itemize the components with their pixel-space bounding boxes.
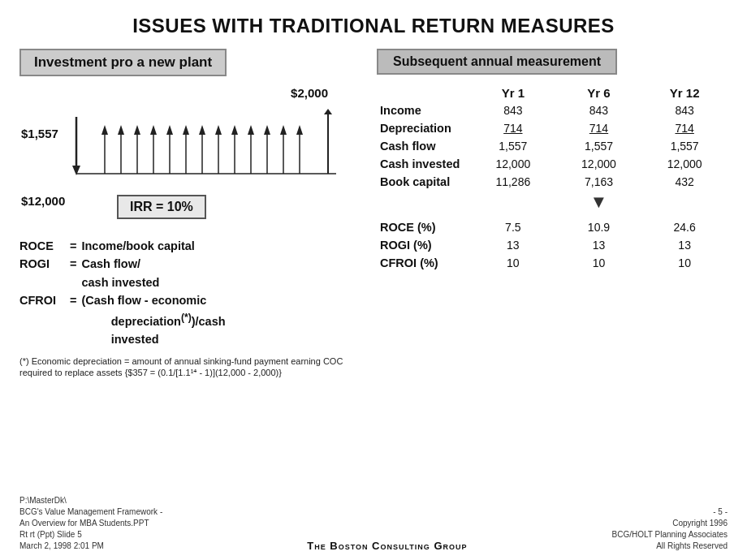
arrow-down-row: ▼ — [377, 191, 728, 213]
bookcapital-yr6: 7,163 — [556, 173, 642, 191]
cfroi-eq: = — [70, 291, 76, 348]
right-panel: Subsequent annual measurement Yr 1 Yr 6 … — [369, 49, 728, 272]
svg-marker-14 — [183, 125, 189, 135]
svg-marker-16 — [199, 125, 205, 135]
svg-marker-8 — [134, 125, 140, 135]
label-1557: $1,557 — [21, 127, 58, 140]
cashflow-yr1: 1,557 — [470, 137, 556, 155]
cfroi-yr6: 10 — [556, 254, 642, 272]
table-row-cfroi: CFROI (%) 10 10 10 — [377, 254, 728, 272]
bookcapital-yr12: 432 — [641, 173, 728, 191]
label-12000: $12,000 — [21, 194, 65, 208]
diagram-area: $1,557 $2,000 $12,000 — [19, 84, 361, 230]
diagram-svg — [68, 109, 344, 206]
rogi-yr6: 13 — [556, 236, 642, 254]
def-rogi: ROGI = Cash flow/cash invested — [19, 255, 369, 291]
rogi-eq: = — [70, 255, 76, 291]
depr-yr12: 714 — [641, 119, 728, 137]
col-yr6: Yr 6 — [556, 84, 642, 101]
depr-yr1: 714 — [470, 119, 556, 137]
roce-yr6: 10.9 — [556, 218, 642, 236]
footer: P:\MasterDk\BCG's Value Management Frame… — [0, 495, 747, 552]
cfroi-text: (Cash flow - economic depreciation(*))/c… — [81, 291, 225, 348]
label-2000: $2,000 — [291, 86, 328, 100]
svg-marker-6 — [118, 125, 124, 135]
slide: ISSUES WITH TRADITIONAL RETURN MEASURES … — [0, 0, 747, 560]
content-area: Investment pro a new plant $1,557 $2,000… — [19, 49, 728, 378]
rogi-label: ROGI — [19, 255, 67, 291]
footer-center: The Boston Consulting Group — [307, 540, 467, 552]
data-table: Yr 1 Yr 6 Yr 12 Income 843 843 843 — [377, 84, 728, 272]
main-title: ISSUES WITH TRADITIONAL RETURN MEASURES — [19, 15, 728, 37]
table-header-row: Yr 1 Yr 6 Yr 12 — [377, 84, 728, 101]
cfroi-yr12: 10 — [641, 254, 728, 272]
cashinvested-yr12: 12,000 — [641, 155, 728, 173]
roce-label: ROCE — [19, 237, 67, 255]
table-row-cashinvested: Cash invested 12,000 12,000 12,000 — [377, 155, 728, 173]
investment-box: Investment pro a new plant — [19, 49, 227, 76]
svg-marker-18 — [215, 125, 222, 135]
depr-label: Depreciation — [377, 119, 470, 137]
cfroi-label: CFROI — [19, 291, 67, 348]
svg-marker-10 — [150, 125, 157, 135]
svg-marker-12 — [166, 125, 173, 135]
cfroi-metric-label: CFROI (%) — [377, 254, 470, 272]
arrow-down-symbol: ▼ — [470, 191, 728, 213]
table-row-depreciation: Depreciation 714 714 714 — [377, 119, 728, 137]
left-panel: Investment pro a new plant $1,557 $2,000… — [19, 49, 369, 378]
table-row-rogi: ROGI (%) 13 13 13 — [377, 236, 728, 254]
footer-right-text: - 5 -Copyright 1996BCG/HOLT Planning Ass… — [612, 507, 728, 550]
cashinvested-yr1: 12,000 — [470, 155, 556, 173]
svg-marker-24 — [264, 125, 270, 135]
definitions: ROCE = Income/book capital ROGI = Cash f… — [19, 237, 369, 349]
footer-left-line1: P:\MasterDk\BCG's Value Management Frame… — [19, 496, 162, 550]
table-row-roce: ROCE (%) 7.5 10.9 24.6 — [377, 218, 728, 236]
roce-yr1: 7.5 — [470, 218, 556, 236]
footnote: (*) Economic depreciation = amount of an… — [19, 355, 369, 379]
cashinvested-yr6: 12,000 — [556, 155, 642, 173]
rogi-text: Cash flow/cash invested — [81, 255, 159, 291]
roce-eq: = — [70, 237, 76, 255]
svg-marker-26 — [280, 125, 287, 135]
cashflow-label: Cash flow — [377, 137, 470, 155]
svg-marker-4 — [101, 125, 108, 135]
bookcapital-label: Book capital — [377, 173, 470, 191]
svg-marker-22 — [248, 125, 254, 135]
table-row-income: Income 843 843 843 — [377, 101, 728, 119]
bookcapital-yr1: 11,286 — [470, 173, 556, 191]
income-label: Income — [377, 101, 470, 119]
footer-left: P:\MasterDk\BCG's Value Management Frame… — [19, 495, 162, 552]
subsequent-box: Subsequent annual measurement — [377, 49, 617, 75]
rogi-yr12: 13 — [641, 236, 728, 254]
footer-right: - 5 -Copyright 1996BCG/HOLT Planning Ass… — [612, 506, 728, 552]
income-yr6: 843 — [556, 101, 642, 119]
svg-marker-30 — [324, 109, 332, 114]
col-yr1: Yr 1 — [470, 84, 556, 101]
irr-box: IRR = 10% — [117, 195, 206, 219]
income-yr1: 843 — [470, 101, 556, 119]
col-label — [377, 84, 470, 101]
cfroi-yr1: 10 — [470, 254, 556, 272]
rogi-yr1: 13 — [470, 236, 556, 254]
cashflow-yr12: 1,557 — [641, 137, 728, 155]
def-cfroi: CFROI = (Cash flow - economic depreciati… — [19, 291, 369, 348]
cashinvested-label: Cash invested — [377, 155, 470, 173]
cashflow-yr6: 1,557 — [556, 137, 642, 155]
roce-text: Income/book capital — [81, 237, 194, 255]
income-yr12: 843 — [641, 101, 728, 119]
roce-yr12: 24.6 — [641, 218, 728, 236]
rogi-metric-label: ROGI (%) — [377, 236, 470, 254]
svg-marker-20 — [231, 125, 238, 135]
roce-metric-label: ROCE (%) — [377, 218, 470, 236]
def-roce: ROCE = Income/book capital — [19, 237, 369, 255]
svg-marker-28 — [296, 125, 303, 135]
table-row-cashflow: Cash flow 1,557 1,557 1,557 — [377, 137, 728, 155]
table-row-bookcapital: Book capital 11,286 7,163 432 — [377, 173, 728, 191]
depr-yr6: 714 — [556, 119, 642, 137]
col-yr12: Yr 12 — [641, 84, 728, 101]
